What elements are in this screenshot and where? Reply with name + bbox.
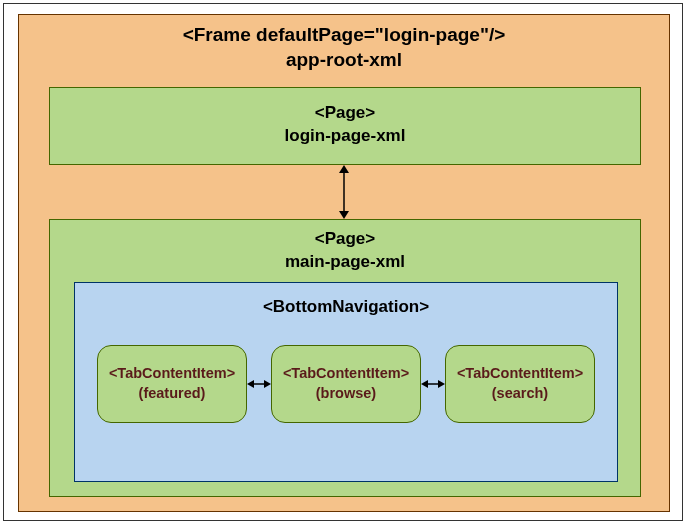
frame-title-line1: <Frame defaultPage="login-page"/> [183, 24, 506, 45]
login-page-filename: login-page-xml [285, 126, 406, 145]
tab-item-tag: <TabContentItem> [283, 364, 409, 384]
tab-item-name: (featured) [139, 384, 206, 404]
login-page-box: <Page> login-page-xml [49, 87, 641, 165]
main-page-filename: main-page-xml [285, 252, 405, 271]
svg-marker-8 [438, 380, 445, 388]
tab-browse: <TabContentItem> (browse) [271, 345, 421, 423]
frame-title-line2: app-root-xml [286, 49, 402, 70]
main-page-box: <Page> main-page-xml <BottomNavigation> … [49, 219, 641, 497]
login-page-tag: <Page> [315, 103, 376, 122]
tab-item-tag: <TabContentItem> [457, 364, 583, 384]
frame-container: <Frame defaultPage="login-page"/> app-ro… [18, 14, 670, 512]
vertical-arrow-icon [337, 165, 351, 219]
svg-marker-5 [264, 380, 271, 388]
bottom-navigation-box: <BottomNavigation> <TabContentItem> (fea… [74, 282, 618, 482]
horizontal-arrow-icon [247, 378, 271, 390]
svg-marker-4 [247, 380, 254, 388]
main-page-label: <Page> main-page-xml [50, 220, 640, 274]
tab-item-tag: <TabContentItem> [109, 364, 235, 384]
main-page-tag: <Page> [315, 229, 376, 248]
bottom-navigation-label: <BottomNavigation> [75, 283, 617, 317]
tabs-row: <TabContentItem> (featured) <TabContentI… [75, 345, 617, 423]
tab-search: <TabContentItem> (search) [445, 345, 595, 423]
svg-marker-7 [421, 380, 428, 388]
horizontal-arrow-icon [421, 378, 445, 390]
svg-marker-1 [339, 165, 349, 173]
diagram-canvas: <Frame defaultPage="login-page"/> app-ro… [3, 3, 683, 521]
tab-item-name: (browse) [316, 384, 376, 404]
tab-item-name: (search) [492, 384, 548, 404]
login-page-label: <Page> login-page-xml [50, 102, 640, 148]
svg-marker-2 [339, 211, 349, 219]
tab-featured: <TabContentItem> (featured) [97, 345, 247, 423]
frame-title: <Frame defaultPage="login-page"/> app-ro… [19, 15, 669, 72]
